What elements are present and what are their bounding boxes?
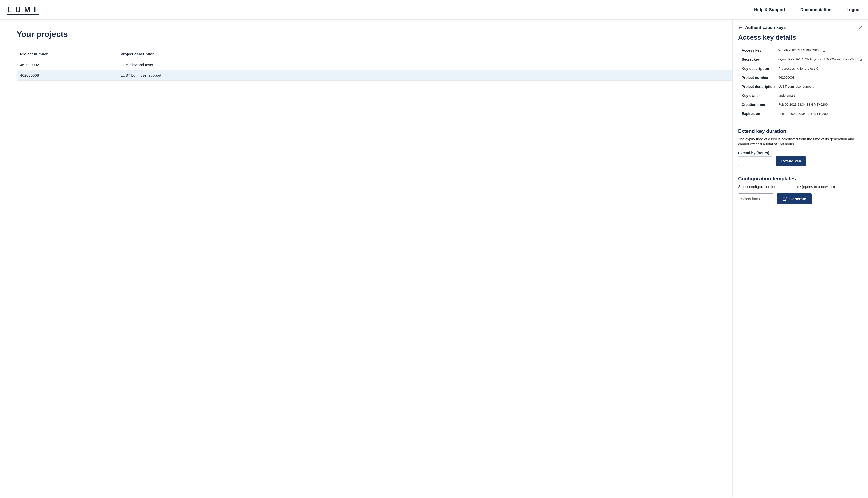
arrow-left-icon[interactable]: [738, 25, 743, 30]
detail-label: Secret key: [738, 57, 778, 62]
templates-description: Select configuration format to generate …: [738, 184, 863, 189]
config-templates-section: Configuration templates Select configura…: [738, 176, 863, 204]
open-external-icon: [782, 197, 787, 201]
detail-label: Key owner: [738, 94, 778, 97]
key-details-list: Access keyWZ9INPUDV4L1OJ0R73KYSecret key…: [738, 46, 863, 118]
main-column: Your projects Project number Project des…: [0, 19, 733, 498]
cell-project-description: LUMI dev and tests: [117, 60, 733, 70]
extend-by-label: Extend by (hours): [738, 151, 863, 155]
svg-rect-3: [823, 50, 825, 51]
format-select[interactable]: Select format: [738, 193, 773, 204]
cell-project-number: 462000002: [16, 60, 117, 70]
breadcrumb-label: Authentication keys: [745, 25, 786, 30]
templates-title: Configuration templates: [738, 176, 863, 182]
breadcrumb[interactable]: Authentication keys: [738, 25, 786, 30]
nav-help-support[interactable]: Help & Support: [754, 7, 785, 12]
page-title: Your projects: [16, 30, 733, 39]
nav-documentation[interactable]: Documentation: [801, 7, 832, 12]
detail-value: andersmart: [778, 94, 863, 97]
detail-value: Feb 10 2023 00:34:38 GMT+0200: [778, 112, 863, 116]
detail-value: LUST Lumi user support: [778, 84, 863, 88]
detail-label: Key description: [738, 66, 778, 70]
detail-value: 462000008: [778, 76, 863, 79]
svg-rect-4: [860, 59, 861, 61]
cell-project-description: LUST Lumi user support: [117, 70, 733, 81]
cell-project-number: 462000008: [16, 70, 117, 81]
col-header-project-number: Project number: [16, 49, 117, 60]
detail-row-project-desc: Project descriptionLUST Lumi user suppor…: [738, 82, 863, 91]
extend-description: The expiry time of a key is calculated f…: [738, 136, 863, 147]
extend-hours-input[interactable]: [738, 156, 772, 166]
format-select-placeholder: Select format: [741, 197, 762, 201]
panel-title: Access key details: [738, 34, 863, 41]
generate-button[interactable]: Generate: [777, 193, 812, 204]
col-header-project-description: Project description: [117, 49, 733, 60]
svg-line-5: [785, 197, 786, 199]
extend-key-button[interactable]: Extend key: [776, 156, 806, 166]
copy-icon[interactable]: [859, 58, 862, 61]
detail-value: dQwcJKP9HA1DxQNAvyC8toz1QyXXwynfEtp9XPMz: [778, 57, 863, 61]
detail-row-key-description: Key descriptionPreprocessing for project…: [738, 64, 863, 73]
detail-label: Creation time: [738, 103, 778, 107]
detail-row-key-owner: Key ownerandersmart: [738, 91, 863, 100]
detail-row-creation-time: Creation timeFeb 09 2023 23:34:38 GMT+02…: [738, 100, 863, 109]
detail-row-project-number: Project number462000008: [738, 73, 863, 82]
extend-title: Extend key duration: [738, 128, 863, 134]
top-nav: Help & Support Documentation Logout: [754, 7, 861, 12]
nav-logout[interactable]: Logout: [846, 7, 861, 12]
app-header: LUMI Help & Support Documentation Logout: [0, 0, 868, 19]
copy-icon[interactable]: [822, 49, 825, 52]
close-icon[interactable]: [858, 25, 863, 30]
detail-label: Project description: [738, 84, 778, 89]
projects-table: Project number Project description 46200…: [16, 49, 733, 81]
detail-value: WZ9INPUDV4L1OJ0R73KY: [778, 49, 863, 52]
detail-row-access-key: Access keyWZ9INPUDV4L1OJ0R73KY: [738, 46, 863, 55]
detail-label: Expires on: [738, 112, 778, 116]
extend-key-section: Extend key duration The expiry time of a…: [738, 128, 863, 166]
detail-row-secret-key: Secret keydQwcJKP9HA1DxQNAvyC8toz1QyXXwy…: [738, 55, 863, 64]
table-row[interactable]: 462000002LUMI dev and tests: [16, 60, 733, 70]
detail-value: Feb 09 2023 23:34:38 GMT+0200: [778, 103, 863, 106]
detail-label: Project number: [738, 76, 778, 80]
table-row[interactable]: 462000008LUST Lumi user support: [16, 70, 733, 81]
detail-value: Preprocessing for project X: [778, 66, 863, 70]
detail-label: Access key: [738, 49, 778, 52]
generate-button-label: Generate: [789, 197, 806, 201]
brand-logo: LUMI: [7, 4, 39, 15]
details-panel: Authentication keys Access key details A…: [733, 19, 868, 498]
detail-row-expires-on: Expires onFeb 10 2023 00:34:38 GMT+0200: [738, 109, 863, 118]
